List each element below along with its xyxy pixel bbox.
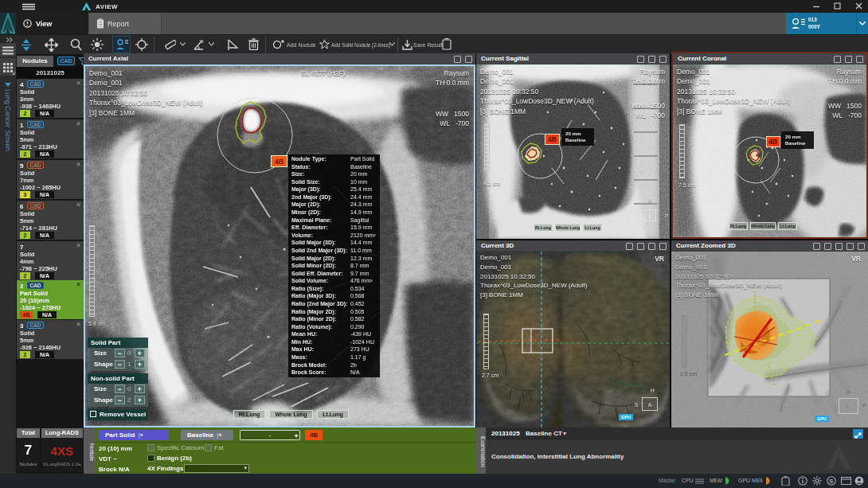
svg-text:30: 30: [199, 39, 204, 44]
svg-text:S: S: [829, 478, 834, 485]
